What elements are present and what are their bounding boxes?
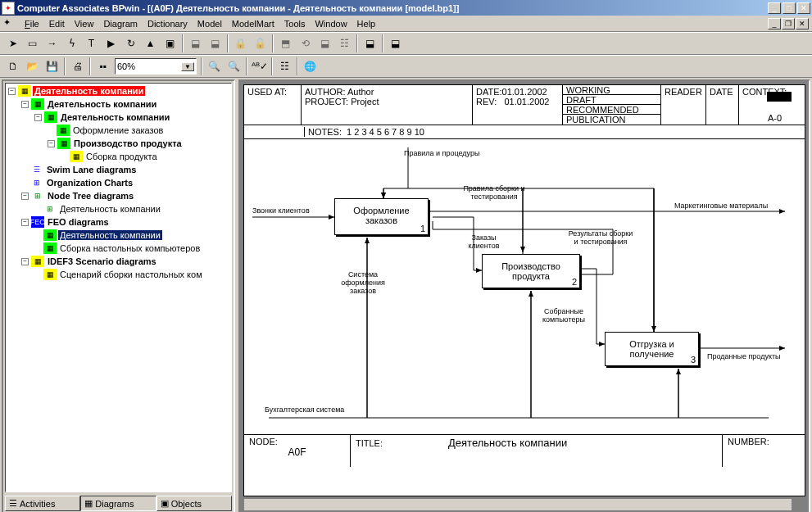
text-tool[interactable]: T — [82, 34, 101, 52]
menu-help[interactable]: Help — [352, 17, 381, 30]
close-button[interactable]: ✕ — [797, 2, 810, 14]
mm-open-icon[interactable]: ⬓ — [186, 34, 205, 52]
mm-review-icon[interactable]: ☷ — [335, 34, 354, 52]
menu-view[interactable]: View — [70, 17, 99, 30]
tab-activities[interactable]: ☰Activities — [5, 496, 80, 511]
menu-file[interactable]: File — [20, 17, 44, 30]
swimlane-icon: ☰ — [30, 164, 43, 175]
activity-box-3[interactable]: Отгрузка и получение3 — [605, 332, 699, 366]
collapse-icon[interactable]: − — [8, 88, 16, 95]
zoom-dropdown-icon[interactable]: ▼ — [181, 62, 194, 71]
collapse-icon[interactable]: − — [34, 114, 42, 121]
unlock-icon[interactable]: 🔓 — [251, 34, 270, 52]
referent-tool[interactable]: ▣ — [161, 34, 179, 52]
goto-parent-tool[interactable]: ▶ — [102, 34, 120, 52]
collapse-icon[interactable]: − — [48, 140, 55, 147]
tree-node[interactable]: ▦Сборка продукта — [7, 150, 230, 163]
toolbar-separator — [271, 57, 273, 75]
mdi-close-button[interactable]: ✕ — [796, 18, 809, 29]
diagram-icon: ▦ — [57, 138, 70, 149]
spellcheck-button[interactable]: ᴬᴮ✓ — [250, 57, 269, 75]
mm-diff-icon[interactable]: ⬓ — [315, 34, 334, 52]
mdi-restore-button[interactable]: ❐ — [782, 18, 795, 29]
mdi-minimize-button[interactable]: _ — [768, 18, 781, 29]
toolbar-separator — [89, 57, 91, 75]
diagram-icon: ▦ — [43, 269, 57, 280]
print-button[interactable]: 🖨 — [68, 57, 87, 75]
mm-save-icon[interactable]: ⬓ — [206, 34, 225, 52]
toolbar-separator — [201, 57, 202, 75]
tree-node[interactable]: −▦Деятельность компании — [7, 111, 230, 124]
tab-objects[interactable]: ▣Objects — [157, 496, 232, 511]
menu-diagram[interactable]: Diagram — [98, 17, 143, 30]
mm-library-icon[interactable]: ⬓ — [386, 34, 405, 52]
collapse-icon[interactable]: − — [21, 219, 29, 226]
minimize-button[interactable]: _ — [768, 2, 781, 14]
arrow-tool[interactable]: → — [43, 34, 61, 52]
activity-box-2[interactable]: Производство продукта2 — [482, 254, 580, 288]
tree-node-nodetree[interactable]: −⊞Node Tree diagrams — [7, 189, 230, 202]
toolbar-separator — [297, 57, 298, 75]
canvas-area: USED AT: AUTHOR: Author PROJECT: Project… — [238, 79, 810, 512]
horizontal-scrollbar[interactable] — [243, 498, 792, 511]
diagram-icon: ▦ — [43, 242, 57, 254]
activity-box-1[interactable]: Оформление заказов1 — [334, 198, 429, 235]
arrow-label: Заказы клиентов — [461, 233, 506, 250]
activities-icon: ☰ — [9, 498, 17, 509]
mdi-controls: _ ❐ ✕ — [768, 18, 809, 29]
tree-node[interactable]: ▦Оформление заказов — [7, 124, 230, 137]
save-button[interactable]: 💾 — [43, 57, 61, 75]
tree-node-swimlane[interactable]: ☰Swim Lane diagrams — [7, 163, 230, 176]
zoom-value: 60% — [117, 61, 181, 71]
tree-node[interactable]: −▦Производство продукта — [7, 137, 230, 150]
open-button[interactable]: 📂 — [23, 57, 42, 75]
box-tool[interactable]: ▭ — [23, 34, 42, 52]
maximize-button[interactable]: □ — [783, 2, 796, 14]
diagram-icon: ▦ — [31, 98, 44, 110]
tree-node-selected[interactable]: ▦Деятельность компании — [7, 229, 230, 242]
squiggle-tool[interactable]: ϟ — [62, 34, 81, 52]
report-button[interactable]: ▪▪ — [93, 57, 112, 75]
date-label: DATE — [706, 85, 739, 125]
tree-root[interactable]: −▦Деятельность компании — [7, 84, 230, 97]
toolbar-separator — [64, 57, 66, 75]
menu-window[interactable]: Window — [310, 17, 352, 30]
zoom-combo[interactable]: 60% ▼ — [115, 58, 197, 75]
menu-model[interactable]: Model — [193, 17, 227, 30]
context-box: CONTEXT:A-0 — [739, 85, 805, 125]
menu-tools[interactable]: Tools — [279, 17, 311, 30]
menu-modelmart[interactable]: ModelMart — [227, 17, 279, 30]
toolbar-separator — [246, 57, 247, 75]
browser-button[interactable]: 🌐 — [301, 57, 320, 75]
collapse-icon[interactable]: − — [21, 258, 29, 265]
goto-child-tool[interactable]: ↻ — [121, 34, 140, 52]
tree-node[interactable]: ▦Сценарий сборки настольных ком — [7, 268, 230, 281]
tree-node[interactable]: −▦Деятельность компании — [7, 97, 230, 111]
collapse-icon[interactable]: − — [21, 101, 29, 108]
pointer-tool[interactable]: ➤ — [3, 34, 22, 52]
new-button[interactable]: 🗋 — [3, 57, 22, 75]
tree-node[interactable]: ▦Сборка настольных компьютеров — [7, 242, 230, 255]
tree-node-orgchart[interactable]: ⊞Organization Charts — [7, 176, 230, 189]
mm-refresh-icon[interactable]: ⟲ — [296, 34, 315, 52]
mm-merge-icon[interactable]: ⬒ — [276, 34, 295, 52]
menu-dictionary[interactable]: Dictionary — [143, 17, 193, 30]
tree-node-feo[interactable]: −FEOFEO diagrams — [7, 215, 230, 229]
diagram-body[interactable]: Правила и процедуры Звонки клиентов Офор… — [244, 139, 805, 434]
tree-node-idef3[interactable]: −▦IDEF3 Scenario diagrams — [7, 255, 230, 268]
collapse-icon[interactable]: − — [21, 193, 29, 200]
menubar: ✦ File Edit View Diagram Dictionary Mode… — [0, 16, 812, 32]
menu-edit[interactable]: Edit — [44, 17, 70, 30]
tab-diagrams[interactable]: ▦Diagrams — [80, 496, 156, 511]
lock-icon[interactable]: 🔒 — [231, 34, 250, 52]
arrow-label: Результаты сборки и тестирования — [568, 229, 633, 246]
diagram-canvas[interactable]: USED AT: AUTHOR: Author PROJECT: Project… — [243, 84, 805, 496]
mm-submit-icon[interactable]: ⬓ — [361, 34, 379, 52]
diagram-tree[interactable]: −▦Деятельность компании −▦Деятельность к… — [5, 83, 232, 492]
mdi-icon[interactable]: ✦ — [3, 17, 16, 30]
model-explorer-button[interactable]: ☷ — [275, 57, 294, 75]
zoom-in-button[interactable]: 🔍 — [205, 57, 224, 75]
tree-node[interactable]: ⊞Деятельность компании — [7, 202, 230, 215]
zoom-fit-button[interactable]: 🔍 — [225, 57, 243, 75]
triangle-tool[interactable]: ▲ — [141, 34, 160, 52]
